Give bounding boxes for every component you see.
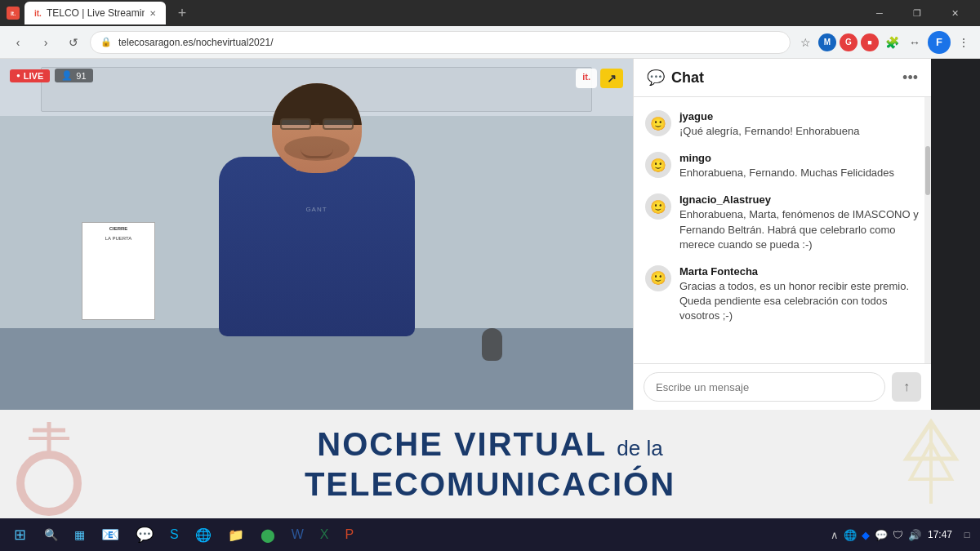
browser-icon-3[interactable]: ■ [861,33,879,51]
taskbar-right: ∧ 🌐 ◆ 💬 🛡 🔊 17:47 □ [831,527,975,543]
message-username: mingo [679,152,920,164]
excel-icon: X [320,527,329,542]
chat-input[interactable] [644,372,885,402]
content-row: CIERRE LA PUERTA GANT [0,59,980,410]
message-username: jyague [679,110,920,122]
skype-icon: S [170,527,179,542]
chat-title: Chat [671,69,704,87]
speaker-icon[interactable]: 🔊 [908,529,921,541]
excel-taskbar[interactable]: X [314,522,336,548]
menu-button[interactable]: ⋮ [954,33,973,52]
tab-favicon: it. [34,9,42,18]
title-bar: it. it. TELCO | Live Streaming ✕ + ─ ❐ ✕ [0,0,980,26]
chat-message: 🙂 mingo Enhorabuena, Fernando. Muchas Fe… [634,145,931,187]
back-button[interactable]: ‹ [7,31,29,54]
deco-tower-left [16,418,114,518]
powerpoint-taskbar[interactable]: P [338,522,360,548]
chrome-taskbar[interactable]: ⬤ [254,522,282,548]
dropbox-icon[interactable]: ◆ [862,529,870,541]
url-text: telecosaragon.es/nochevirtual2021/ [118,37,273,48]
glasses [280,118,354,131]
chat-messages: 🙂 jyague ¡Qué alegría, Fernando! Enhorab… [634,97,931,363]
video-container: CIERRE LA PUERTA GANT [0,59,633,410]
up-arrow-icon[interactable]: ∧ [831,529,839,541]
outlook-icon: 📧 [101,526,119,544]
deco-tower-right [898,418,964,511]
send-button[interactable]: ↑ [892,372,921,402]
system-tray: ∧ 🌐 ◆ 💬 🛡 🔊 [831,529,921,541]
message-content: Ignacio_Alastruey Enhorabuena, Marta, fe… [679,193,920,252]
explorer-taskbar[interactable]: 📁 [221,522,251,548]
window-controls: ─ ❐ ✕ [861,0,973,26]
de-la-text: de la [617,436,662,461]
extensions-icon[interactable]: 🧩 [882,33,902,52]
profile-button[interactable]: F [928,31,951,54]
message-username: Ignacio_Alastruey [679,193,920,206]
chat-message: 🙂 jyague ¡Qué alegría, Fernando! Enhorab… [634,104,931,145]
chat-panel: 💬 Chat ••• 🙂 jyague ¡Qué alegría, Fernan… [633,59,931,410]
chat-scrollbar[interactable] [924,97,931,363]
active-tab[interactable]: it. TELCO | Live Streaming ✕ [24,2,166,24]
browser-taskbar[interactable]: 🌐 [189,522,218,548]
browser-icon-1[interactable]: M [818,33,836,51]
chat-input-area: ↑ [634,363,931,410]
minimize-button[interactable]: ─ [861,0,898,26]
mouse-device [482,328,502,361]
smile [301,149,333,158]
close-button[interactable]: ✕ [936,0,973,26]
lock-icon: 🔒 [100,37,112,47]
antivirus-icon[interactable]: 🛡 [893,529,903,541]
refresh-button[interactable]: ↺ [62,31,85,54]
avatar: 🙂 [645,152,671,178]
logo-it: it. [576,69,597,88]
chat-more-button[interactable]: ••• [902,69,918,87]
notification-icon: □ [964,530,970,540]
head [272,83,362,173]
svg-point-0 [20,455,78,512]
body-logo: GANT [305,206,327,213]
event-title-line1: NOCHE VIRTUAL de la [317,426,662,463]
teams-tray-icon[interactable]: 💬 [875,529,888,541]
star-icon[interactable]: ☆ [795,33,815,52]
main-content: CIERRE LA PUERTA GANT [0,59,980,518]
title-bar-left: it. it. TELCO | Live Streaming ✕ + [7,2,194,24]
viewer-number: 91 [76,71,86,81]
browser-chrome: it. it. TELCO | Live Streaming ✕ + ─ ❐ ✕… [0,0,980,59]
outlook-taskbar[interactable]: 📧 [95,522,126,548]
avatar: 🙂 [645,265,671,291]
chat-message: 🙂 Ignacio_Alastruey Enhorabuena, Marta, … [634,187,931,259]
noche-virtual-text: NOCHE VIRTUAL [317,426,607,463]
teams-icon: 💬 [136,526,154,544]
tab-close-button[interactable]: ✕ [149,9,156,18]
maximize-button[interactable]: ❐ [898,0,936,26]
live-indicator: LIVE [10,69,50,82]
forward-button[interactable]: › [34,31,57,54]
taskbar-clock: 17:47 [928,529,952,540]
word-icon: W [292,527,304,542]
word-taskbar[interactable]: W [285,522,310,548]
scrollbar-thumb [925,146,930,195]
chat-title-row: 💬 Chat [647,69,704,87]
chrome-icon: ⬤ [261,527,275,543]
viewer-icon: 👤 [61,70,73,81]
task-view-button[interactable]: ▦ [68,522,91,548]
search-button[interactable]: 🔍 [38,522,65,548]
event-title-area: NOCHE VIRTUAL de la TELECOMUNICACIÓN [0,410,980,518]
start-button[interactable]: ⊞ [5,522,34,548]
wall-notice: CIERRE LA PUERTA [82,222,155,320]
skype-taskbar[interactable]: S [163,522,185,548]
chat-bubble-icon: 💬 [647,69,665,87]
message-content: Marta Fontecha Gracias a todos, es un ho… [679,265,920,324]
teams-taskbar[interactable]: 💬 [129,522,160,548]
network-icon[interactable]: 🌐 [844,529,857,541]
notification-button[interactable]: □ [959,527,975,543]
address-bar[interactable]: 🔒 telecosaragon.es/nochevirtual2021/ [90,31,791,54]
logo-arrow: ↗ [600,69,623,88]
nav-icons: ☆ M G ■ 🧩 ↔ F ⋮ [795,31,973,54]
new-tab-button[interactable]: + [171,2,194,24]
powerpoint-icon: P [345,527,354,542]
sync-icon[interactable]: ↔ [905,33,924,52]
clock-time: 17:47 [928,529,952,540]
task-view-icon: ▦ [74,528,85,541]
browser-icon-2[interactable]: G [840,33,858,51]
